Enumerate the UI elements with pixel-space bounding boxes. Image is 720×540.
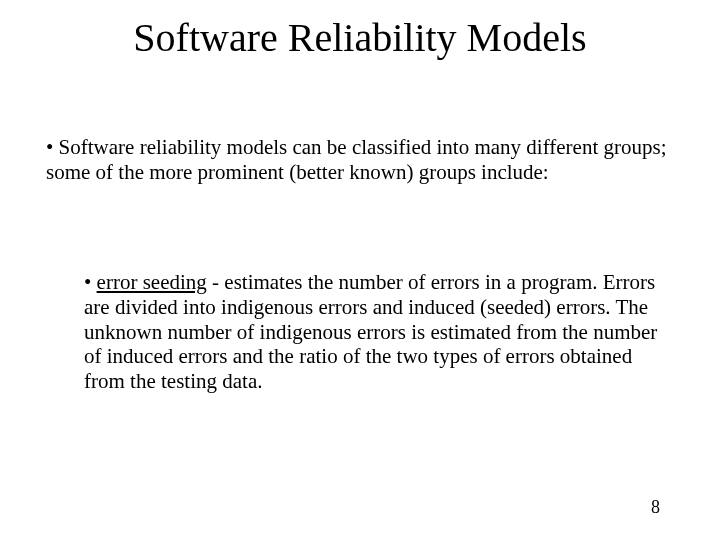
slide-title: Software Reliability Models — [0, 14, 720, 61]
bullet-prefix: • — [84, 270, 97, 294]
error-seeding-term: error seeding — [97, 270, 207, 294]
slide: Software Reliability Models • Software r… — [0, 0, 720, 540]
page-number: 8 — [651, 497, 660, 518]
error-seeding-paragraph: • error seeding - estimates the number o… — [84, 270, 660, 394]
intro-paragraph: • Software reliability models can be cla… — [46, 135, 674, 185]
